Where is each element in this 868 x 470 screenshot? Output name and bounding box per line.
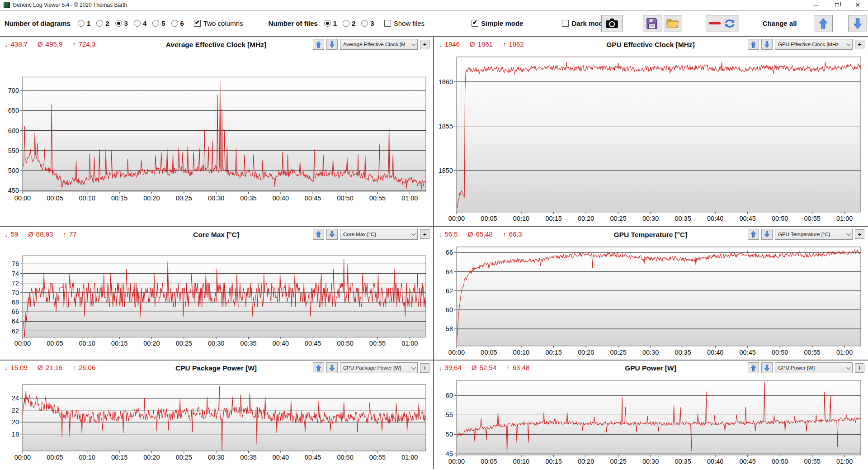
diagrams-radio-5[interactable]: 5 bbox=[152, 19, 165, 27]
metric-dropdown[interactable]: GPU Power [W] bbox=[775, 362, 853, 373]
stat-avg-value: 68,93 bbox=[36, 230, 53, 238]
chart-stats: ↓ 15,09 Ø 21,16 ↑ 26,06 bbox=[5, 364, 95, 371]
svg-text:00:15: 00:15 bbox=[111, 195, 127, 202]
svg-text:00:00: 00:00 bbox=[14, 454, 31, 461]
files-radio-label: 3 bbox=[370, 19, 374, 27]
svg-text:70: 70 bbox=[12, 289, 19, 296]
open-file-button[interactable] bbox=[664, 15, 682, 32]
avg-symbol-icon: Ø bbox=[472, 364, 477, 371]
metric-dropdown[interactable]: GPU Temperature [°C] bbox=[775, 229, 853, 240]
move-chart-up-button[interactable] bbox=[748, 39, 759, 50]
svg-text:00:30: 00:30 bbox=[642, 215, 659, 222]
svg-text:00:15: 00:15 bbox=[545, 348, 561, 356]
files-radio-3[interactable]: 3 bbox=[361, 19, 374, 27]
move-chart-down-button[interactable] bbox=[761, 39, 773, 50]
diagrams-radio-1[interactable]: 1 bbox=[78, 19, 90, 27]
add-diagram-button[interactable]: + bbox=[855, 40, 864, 49]
svg-text:00:15: 00:15 bbox=[111, 454, 127, 461]
chart-header: ↓ 1846 Ø 1861 ↑ 1862 GPU Effective Clock… bbox=[436, 38, 865, 52]
svg-text:00:20: 00:20 bbox=[143, 454, 160, 461]
move-chart-down-button[interactable] bbox=[761, 362, 773, 373]
minimize-icon bbox=[814, 5, 819, 5]
svg-text:00:40: 00:40 bbox=[273, 454, 289, 461]
change-all-label: Change all bbox=[763, 19, 797, 27]
simple-mode-checkbox[interactable]: Simple mode bbox=[472, 19, 523, 27]
files-radio-circle bbox=[343, 20, 349, 27]
svg-text:66: 66 bbox=[446, 249, 453, 256]
minimize-button[interactable] bbox=[806, 0, 826, 10]
add-diagram-button[interactable]: + bbox=[420, 40, 429, 49]
min-arrow-icon: ↓ bbox=[439, 230, 442, 238]
max-arrow-icon: ↑ bbox=[72, 364, 76, 371]
stat-max-value: 77 bbox=[69, 230, 77, 238]
svg-text:450: 450 bbox=[8, 187, 19, 194]
metric-dropdown-value: Core Max [°C] bbox=[343, 232, 411, 237]
diagrams-radio-circle bbox=[115, 20, 122, 27]
simple-mode-label: Simple mode bbox=[481, 19, 523, 27]
svg-text:74: 74 bbox=[12, 270, 19, 277]
add-diagram-button[interactable]: + bbox=[420, 363, 429, 373]
chart-header: ↓ 56,5 Ø 65,48 ↑ 66,3 GPU Temperature [°… bbox=[436, 228, 865, 242]
move-chart-up-button[interactable] bbox=[748, 362, 759, 373]
svg-text:00:40: 00:40 bbox=[273, 195, 289, 202]
move-chart-up-button[interactable] bbox=[313, 229, 324, 240]
simple-mode-checkbox-box bbox=[472, 20, 478, 27]
diagrams-radio-4[interactable]: 4 bbox=[134, 19, 146, 27]
up-icon bbox=[316, 231, 321, 237]
files-radio-1[interactable]: 1 bbox=[324, 19, 337, 27]
metric-dropdown[interactable]: CPU Package Power [W] bbox=[340, 362, 418, 373]
screenshot-button[interactable] bbox=[601, 15, 623, 32]
show-files-checkbox-box bbox=[384, 20, 391, 27]
metric-dropdown[interactable]: GPU Effective Clock [MHz bbox=[775, 39, 853, 50]
move-chart-down-button[interactable] bbox=[326, 39, 338, 50]
dark-mode-checkbox[interactable]: Dark mod bbox=[562, 19, 603, 27]
move-chart-down-button[interactable] bbox=[761, 229, 773, 240]
svg-text:00:05: 00:05 bbox=[481, 215, 497, 222]
svg-text:01:00: 01:00 bbox=[401, 454, 418, 461]
metric-dropdown[interactable]: Average Effective Clock [M bbox=[340, 39, 418, 50]
svg-text:24: 24 bbox=[12, 395, 19, 402]
svg-text:00:50: 00:50 bbox=[337, 195, 353, 202]
move-chart-down-button[interactable] bbox=[326, 362, 338, 373]
down-icon bbox=[330, 365, 335, 371]
files-radio-2[interactable]: 2 bbox=[343, 19, 355, 27]
diagrams-radio-6[interactable]: 6 bbox=[171, 19, 184, 27]
svg-text:00:30: 00:30 bbox=[208, 340, 224, 347]
metric-dropdown[interactable]: Core Max [°C] bbox=[340, 229, 418, 240]
svg-text:00:10: 00:10 bbox=[79, 340, 95, 347]
diagrams-radio-2[interactable]: 2 bbox=[96, 19, 109, 27]
move-chart-down-button[interactable] bbox=[326, 229, 338, 240]
diagrams-radio-group: 123456 bbox=[78, 19, 184, 27]
show-files-checkbox[interactable]: Show files bbox=[384, 19, 425, 27]
change-all-down-button[interactable] bbox=[848, 15, 867, 32]
stat-max-value: 26,06 bbox=[79, 364, 96, 371]
save-button[interactable] bbox=[643, 15, 661, 32]
svg-text:700: 700 bbox=[8, 87, 19, 94]
two-columns-checkbox[interactable]: Two columns bbox=[194, 19, 243, 27]
move-chart-up-button[interactable] bbox=[313, 362, 324, 373]
svg-text:01:00: 01:00 bbox=[401, 340, 418, 347]
move-chart-up-button[interactable] bbox=[313, 39, 324, 50]
svg-text:00:45: 00:45 bbox=[305, 340, 321, 347]
svg-text:22: 22 bbox=[12, 407, 19, 414]
change-all-up-button[interactable] bbox=[814, 15, 833, 32]
chart-plot-1: 18501855186000:0000:0500:1000:1500:2000:… bbox=[436, 52, 865, 225]
close-button[interactable]: ✕ bbox=[847, 0, 868, 10]
svg-text:60: 60 bbox=[446, 392, 453, 399]
svg-text:00:25: 00:25 bbox=[176, 340, 192, 347]
chart-header: ↓ 15,09 Ø 21,16 ↑ 26,06 CPU Package Powe… bbox=[2, 361, 430, 375]
line-style-button[interactable] bbox=[706, 15, 739, 32]
add-diagram-button[interactable]: + bbox=[855, 363, 864, 373]
move-chart-up-button[interactable] bbox=[748, 229, 759, 240]
svg-text:00:10: 00:10 bbox=[513, 215, 529, 222]
svg-text:00:25: 00:25 bbox=[610, 215, 626, 222]
maximize-button[interactable] bbox=[826, 0, 847, 10]
min-arrow-icon: ↓ bbox=[439, 364, 442, 371]
diagrams-radio-3[interactable]: 3 bbox=[115, 19, 128, 27]
chart-plot-0: 45050055060065070000:0000:0500:1000:1500… bbox=[2, 52, 430, 225]
add-diagram-button[interactable]: + bbox=[855, 229, 864, 239]
add-diagram-button[interactable]: + bbox=[420, 229, 429, 239]
svg-text:00:35: 00:35 bbox=[675, 215, 691, 222]
avg-symbol-icon: Ø bbox=[38, 364, 43, 371]
diagrams-radio-circle bbox=[171, 20, 178, 27]
